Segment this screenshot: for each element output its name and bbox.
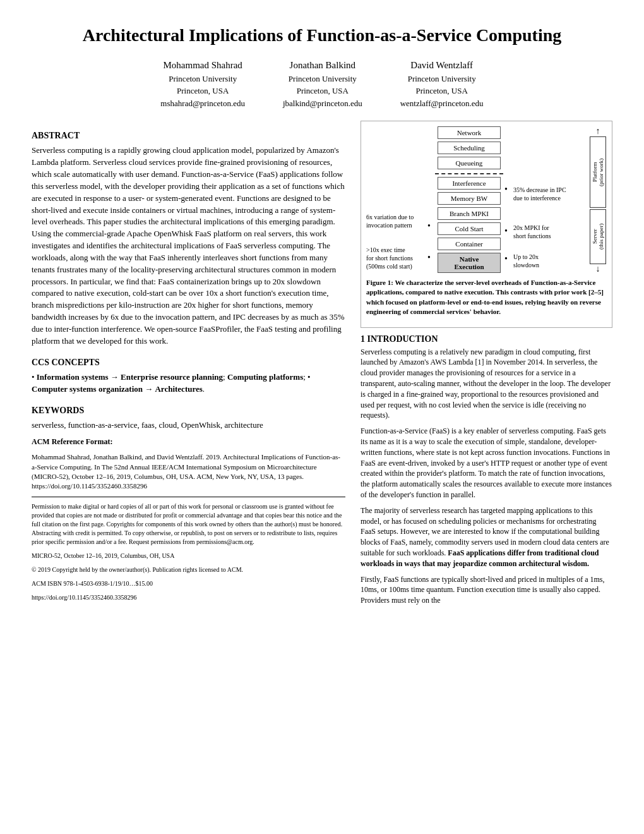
- author-1-university: Princeton University: [160, 73, 245, 85]
- right-annot-1: 35% decrease in IPCdue to interference: [513, 186, 588, 202]
- figure-1: 6x variation due toinvocation pattern >1…: [361, 121, 612, 328]
- ccs-bullet: •: [32, 372, 37, 382]
- paper-title: Architectural Implications of Function-a…: [32, 25, 612, 45]
- intro-text-1: Serverless computing is a relatively new…: [361, 347, 612, 421]
- author-2-location: Princeton, USA: [283, 85, 362, 97]
- author-2-name: Jonathan Balkind: [283, 58, 362, 73]
- main-content: ABSTRACT Serverless computing is a rapid…: [32, 121, 612, 611]
- diagram-box-interference: Interference: [438, 177, 501, 190]
- right-annot-3: Up to 20xslowdown: [513, 253, 588, 269]
- footnote-isbn: ACM ISBN 978-1-4503-6938-1/19/10…$15.00: [32, 579, 345, 588]
- footnote-copyright: © 2019 Copyright held by the owner/autho…: [32, 565, 345, 574]
- author-2: Jonathan Balkind Princeton University Pr…: [283, 58, 362, 109]
- author-3-email: wentzlaff@princeton.edu: [400, 97, 484, 110]
- server-label: Server(this paper): [590, 209, 606, 264]
- platform-label: Platform(prior work): [590, 136, 606, 208]
- abstract-title: ABSTRACT: [32, 130, 345, 142]
- author-2-university: Princeton University: [283, 73, 362, 85]
- diagram-box-native-execution: NativeExecution: [438, 253, 501, 273]
- author-3-name: David Wentzlaff: [400, 58, 484, 73]
- author-2-email: jbalkind@princeton.edu: [283, 97, 362, 110]
- footnote-permission: Permission to make digital or hard copie…: [32, 502, 345, 547]
- ccs-title: CCS CONCEPTS: [32, 356, 345, 369]
- diagram-box-scheduling: Scheduling: [438, 142, 501, 154]
- author-1: Mohammad Shahrad Princeton University Pr…: [160, 58, 245, 109]
- left-annot-1: 6x variation due toinvocation pattern: [366, 213, 424, 229]
- abstract-text: Serverless computing is a rapidly growin…: [32, 145, 345, 347]
- intro-text-2: Function-as-a-Service (FaaS) is a key en…: [361, 426, 612, 500]
- author-3-university: Princeton University: [400, 73, 484, 85]
- footnote-micro: MICRO-52, October 12–16, 2019, Columbus,…: [32, 552, 345, 560]
- diagram-box-memory-bw: Memory BW: [438, 192, 501, 205]
- left-annot-2: >10x exec timefor short functions(500ms …: [366, 246, 424, 270]
- author-1-email: mshahrad@princeton.edu: [160, 97, 245, 110]
- bullet-connector-2: •: [427, 253, 434, 263]
- acm-ref-title: ACM Reference Format:: [32, 437, 345, 447]
- footnote-doi: https://doi.org/10.1145/3352460.3358296: [32, 593, 345, 602]
- figure-caption: Figure 1: We characterize the server-lev…: [366, 278, 607, 317]
- ccs-content: Information systems → Enterprise resourc…: [32, 372, 311, 394]
- right-column: 6x variation due toinvocation pattern >1…: [361, 121, 612, 611]
- author-1-location: Princeton, USA: [160, 85, 245, 97]
- keywords-title: KEYWORDS: [32, 404, 345, 417]
- author-3-location: Princeton, USA: [400, 85, 484, 97]
- ccs-text: • Information systems → Enterprise resou…: [32, 372, 345, 396]
- bullet-right-2: •: [504, 226, 511, 236]
- bullet-right-3: •: [504, 254, 511, 264]
- diagram-box-cold-start: Cold Start: [438, 222, 501, 235]
- intro-title: 1 INTRODUCTION: [361, 334, 612, 344]
- right-annot-2: 20x MPKI forshort functions: [513, 224, 588, 240]
- intro-text-4: Firstly, FaaS functions are typically sh…: [361, 574, 612, 606]
- keywords-text: serverless, function-as-a-service, faas,…: [32, 420, 345, 432]
- bullet-connector-1: •: [427, 221, 434, 231]
- author-3: David Wentzlaff Princeton University Pri…: [400, 58, 484, 109]
- acm-ref-text: Mohammad Shahrad, Jonathan Balkind, and …: [32, 452, 345, 492]
- bullet-right-1: •: [504, 184, 511, 195]
- diagram-box-container: Container: [438, 238, 501, 250]
- arrow-down-bottom: ↓: [596, 264, 600, 274]
- diagram-box-queueing: Queueing: [438, 157, 501, 169]
- diagram-box-branch-mpki: Branch MPKI: [438, 207, 501, 220]
- intro-text-3: The majority of serverless research has …: [361, 505, 612, 569]
- left-column: ABSTRACT Serverless computing is a rapid…: [32, 121, 345, 611]
- diagram-box-network: Network: [438, 126, 501, 139]
- authors-section: Mohammad Shahrad Princeton University Pr…: [32, 58, 612, 109]
- arrow-up-top: ↑: [596, 126, 600, 136]
- author-1-name: Mohammad Shahrad: [160, 58, 245, 73]
